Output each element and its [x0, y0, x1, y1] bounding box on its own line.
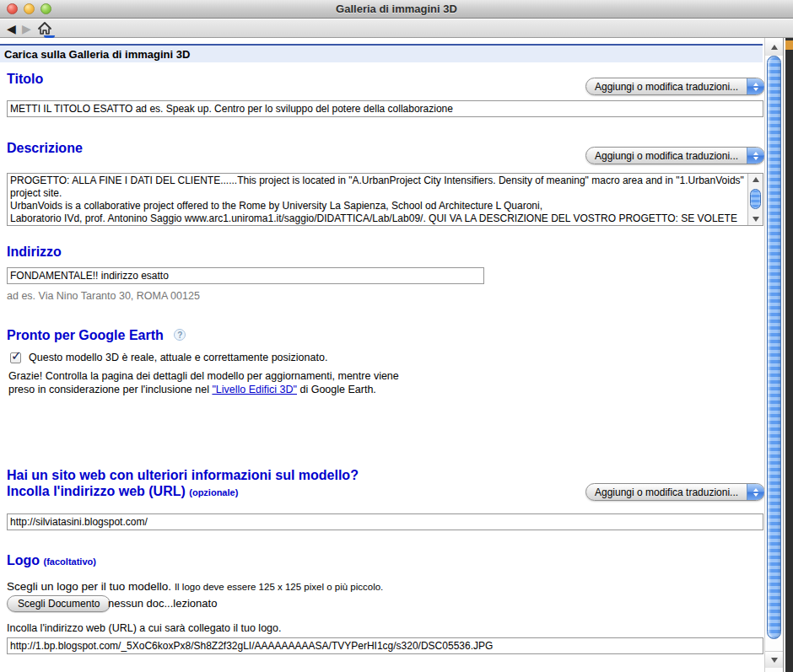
background-window-sliver: [785, 38, 793, 672]
checkbox-row: ✓ Questo modello 3D è reale, attuale e c…: [0, 352, 506, 365]
page-scrollbar[interactable]: [764, 38, 784, 672]
descrizione-heading: Descrizione: [7, 141, 83, 156]
titolo-translations-select[interactable]: Aggiungi o modifica traduzioni...: [585, 78, 765, 95]
logo-choose-text: Scegli un logo per il tuo modello.: [7, 580, 171, 593]
logo-optional-label: (facoltativo): [44, 556, 96, 567]
scroll-up-icon[interactable]: [748, 175, 763, 185]
background-window-fragment: [785, 40, 793, 50]
scrollbar-thumb[interactable]: [750, 189, 761, 209]
livello-edifici-link[interactable]: "Livello Edifici 3D": [212, 384, 297, 395]
scroll-up-icon[interactable]: [765, 39, 783, 56]
website-optional-label: (opzionale): [189, 487, 238, 497]
browser-toolbar: ◀ ▶: [0, 19, 793, 38]
scroll-down-icon[interactable]: [765, 651, 783, 668]
descrizione-text: PROGETTO: ALLA FINE I DATI DEL CLIENTE..…: [10, 175, 746, 224]
indirizzo-hint: ad es. Via Nino Taranto 30, ROMA 00125: [7, 290, 200, 302]
choose-file-button[interactable]: Scegli Documento: [7, 595, 111, 612]
descrizione-translations-label: Aggiungi o modifica traduzioni...: [586, 150, 747, 162]
logo-heading: Logo (facoltativo): [7, 553, 96, 568]
help-icon[interactable]: ?: [174, 329, 186, 341]
indirizzo-heading: Indirizzo: [7, 245, 62, 260]
titolo-translations-label: Aggiungi o modifica traduzioni...: [586, 81, 747, 93]
select-arrows-icon: [747, 148, 764, 164]
website-heading-line1: Hai un sito web con ulteriori informazio…: [7, 468, 359, 482]
titolo-input[interactable]: [7, 100, 763, 117]
forward-icon[interactable]: ▶: [22, 21, 31, 36]
website-url-input[interactable]: [7, 513, 763, 530]
page-title: Carica sulla Galleria di immagini 3D: [0, 44, 763, 62]
website-heading-line2: Incolla l'indirizzo web (URL): [7, 484, 186, 498]
window-titlebar: Galleria di immagini 3D: [0, 0, 793, 19]
google-earth-heading: Pronto per Google Earth ?: [7, 328, 186, 343]
website-translations-label: Aggiungi o modifica traduzioni...: [586, 487, 747, 498]
select-arrows-icon: [747, 78, 764, 94]
logo-size-hint: Il logo deve essere 125 x 125 pixel o pi…: [175, 582, 383, 592]
website-translations-select[interactable]: Aggiungi o modifica traduzioni...: [585, 483, 765, 501]
note-text-after: di Google Earth.: [297, 384, 376, 395]
logo-url-input[interactable]: [7, 637, 763, 654]
logo-url-label: Incolla l'indirizzo web (URL) a cui sarà…: [7, 622, 281, 634]
textarea-scrollbar[interactable]: [747, 174, 763, 225]
file-status: nessun doc...lezionato: [108, 597, 217, 610]
ready-checkbox[interactable]: ✓: [10, 352, 21, 363]
logo-choose-line: Scegli un logo per il tuo modello. Il lo…: [7, 580, 383, 593]
app-window: Galleria di immagini 3D ◀ ▶ Carica sulla…: [0, 0, 793, 672]
descrizione-translations-select[interactable]: Aggiungi o modifica traduzioni...: [585, 147, 765, 164]
window-title: Galleria di immagini 3D: [0, 0, 793, 19]
titolo-heading: Titolo: [7, 72, 43, 87]
scrollbar-thumb[interactable]: [767, 56, 781, 639]
checkbox-label: Questo modello 3D è reale, attuale e cor…: [29, 352, 327, 363]
checkmark-icon: ✓: [11, 348, 22, 363]
google-earth-note: Grazie! Controlla la pagina dei dettagli…: [8, 370, 407, 396]
upload-form-page: Carica sulla Galleria di immagini 3D Tit…: [0, 38, 764, 672]
indirizzo-input[interactable]: [7, 267, 484, 284]
back-icon[interactable]: ◀: [7, 21, 16, 36]
logo-heading-text: Logo: [7, 553, 40, 567]
select-arrows-icon: [747, 484, 764, 500]
scroll-down-icon[interactable]: [748, 214, 763, 224]
website-heading: Hai un sito web con ulteriori informazio…: [7, 467, 359, 501]
descrizione-textarea[interactable]: PROGETTO: ALLA FINE I DATI DEL CLIENTE..…: [7, 173, 763, 226]
google-earth-heading-text: Pronto per Google Earth: [7, 328, 164, 342]
